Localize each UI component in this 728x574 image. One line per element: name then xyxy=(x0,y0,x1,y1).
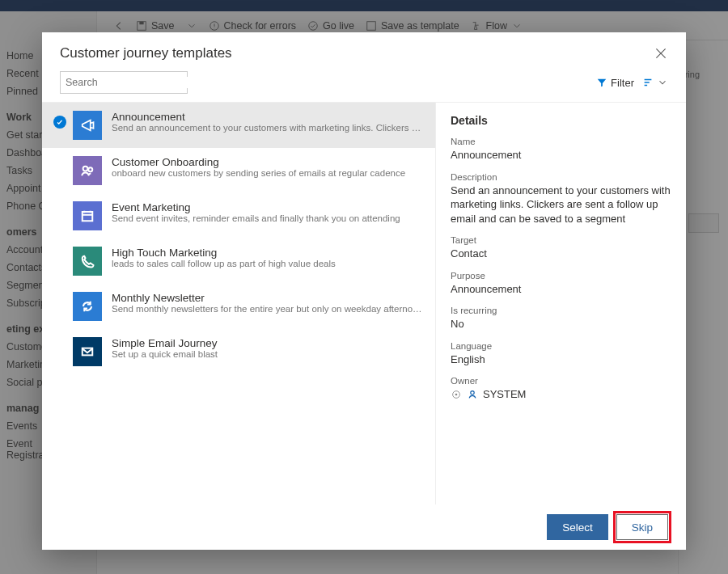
filter-label: Filter xyxy=(611,77,634,89)
template-picker-modal: Customer journey templates Filter Announ… xyxy=(42,32,686,550)
template-row[interactable]: Customer Onboardingonboard new customers… xyxy=(42,148,435,193)
search-box[interactable] xyxy=(60,71,188,94)
sort-icon xyxy=(642,77,654,88)
template-title: Announcement xyxy=(112,111,424,123)
close-button[interactable] xyxy=(654,46,668,61)
person-icon xyxy=(467,389,478,400)
template-row[interactable]: High Touch Marketingleads to sales call … xyxy=(42,238,435,284)
field-target-value: Contact xyxy=(451,247,671,261)
field-owner-label: Owner xyxy=(451,376,671,386)
template-desc: Send event invites, reminder emails and … xyxy=(112,213,424,223)
skip-button-label: Skip xyxy=(632,521,653,534)
template-row[interactable]: Monthly NewsletterSend monthly newslette… xyxy=(42,284,435,329)
template-title: Customer Onboarding xyxy=(112,156,424,168)
template-icon xyxy=(73,247,102,276)
svg-rect-8 xyxy=(83,212,93,221)
field-description-value: Send an announcement to your customers w… xyxy=(451,184,671,226)
template-desc: Send monthly newsletters for the entire … xyxy=(112,304,424,314)
chevron-down-icon xyxy=(657,77,668,88)
field-recurring-label: Is recurring xyxy=(451,306,671,315)
template-desc: leads to sales call follow up as part of… xyxy=(112,259,424,268)
selected-check-icon xyxy=(53,116,66,129)
field-name-value: Announcement xyxy=(451,148,671,162)
svg-point-6 xyxy=(83,167,88,171)
template-icon xyxy=(73,156,102,185)
template-title: Monthly Newsletter xyxy=(112,292,424,304)
filter-icon xyxy=(596,77,607,88)
template-row[interactable]: Simple Email JourneySet up a quick email… xyxy=(42,329,435,374)
template-icon xyxy=(73,337,102,366)
details-panel: Details NameAnnouncement DescriptionSend… xyxy=(435,103,686,504)
template-title: Simple Email Journey xyxy=(112,337,424,349)
select-button-label: Select xyxy=(562,521,593,534)
template-icon xyxy=(73,111,102,140)
search-input[interactable] xyxy=(66,77,193,88)
template-icon xyxy=(73,292,102,321)
field-target-label: Target xyxy=(451,235,671,245)
details-heading: Details xyxy=(451,114,671,127)
svg-point-7 xyxy=(88,167,92,171)
template-desc: Send an announcement to your customers w… xyxy=(112,123,424,133)
template-row[interactable]: Event MarketingSend event invites, remin… xyxy=(42,193,435,238)
template-desc: onboard new customers by sending series … xyxy=(112,168,424,178)
skip-button[interactable]: Skip xyxy=(616,514,668,540)
field-recurring-value: No xyxy=(451,317,671,331)
select-button[interactable]: Select xyxy=(547,514,608,540)
template-title: High Touch Marketing xyxy=(112,247,424,259)
sort-button[interactable] xyxy=(642,77,668,88)
field-purpose-label: Purpose xyxy=(451,271,671,281)
field-language-label: Language xyxy=(451,341,671,351)
filter-button[interactable]: Filter xyxy=(596,77,634,89)
field-purpose-value: Announcement xyxy=(451,282,671,297)
modal-title: Customer journey templates xyxy=(60,45,232,61)
field-owner-value[interactable]: SYSTEM xyxy=(451,387,671,402)
template-desc: Set up a quick email blast xyxy=(112,349,424,359)
field-language-value: English xyxy=(451,352,671,367)
template-list: AnnouncementSend an announcement to your… xyxy=(42,103,435,504)
owner-name: SYSTEM xyxy=(483,387,526,402)
target-icon xyxy=(451,389,462,400)
template-title: Event Marketing xyxy=(112,201,424,213)
close-icon xyxy=(654,46,668,61)
field-description-label: Description xyxy=(451,172,671,182)
template-icon xyxy=(73,201,102,230)
template-row[interactable]: AnnouncementSend an announcement to your… xyxy=(42,103,435,148)
field-name-label: Name xyxy=(451,137,671,146)
svg-point-12 xyxy=(471,391,474,395)
svg-point-11 xyxy=(455,394,458,396)
